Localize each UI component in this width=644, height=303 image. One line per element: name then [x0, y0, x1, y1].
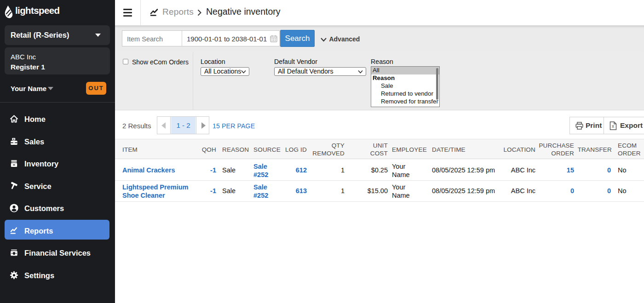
svg-text:x: x [612, 124, 614, 129]
